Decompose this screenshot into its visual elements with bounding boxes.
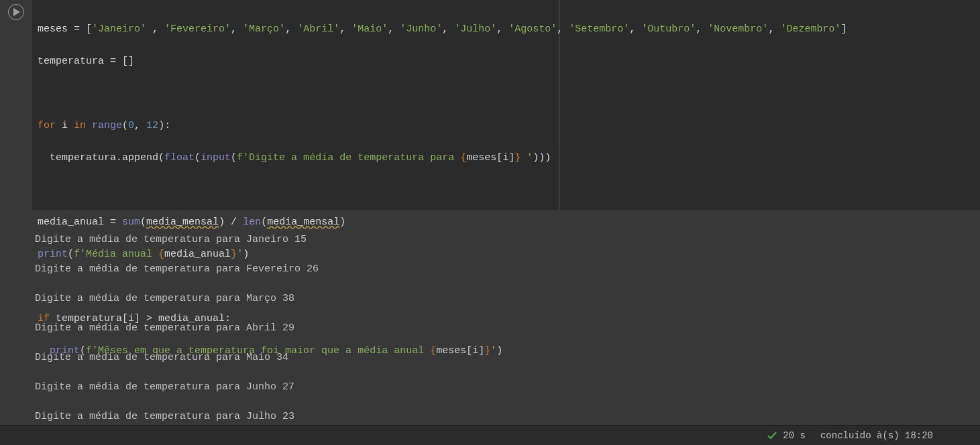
- code-token: 'Dezembro': [780, 23, 840, 35]
- code-token: meses[i]: [436, 345, 484, 357]
- code-token: print: [50, 345, 80, 357]
- code-token: (: [80, 345, 86, 357]
- code-token: f: [74, 249, 80, 260]
- code-token: print: [38, 249, 68, 260]
- exec-completed: concluído à(s) 18:20: [820, 430, 933, 441]
- code-token: (: [195, 152, 201, 164]
- code-token: temperatura.append(: [38, 152, 164, 164]
- code-token: 'Março': [243, 23, 285, 35]
- check-icon: [767, 430, 777, 441]
- gutter: [0, 0, 32, 210]
- code-token: ) /: [219, 216, 243, 228]
- code-token: 'Setembro': [569, 23, 629, 35]
- code-token: ):: [158, 120, 170, 131]
- code-token: in: [74, 120, 86, 131]
- code-token: ): [496, 345, 502, 357]
- code-token: ))): [533, 152, 551, 164]
- code-token: ': [237, 249, 243, 260]
- code-token: ': [521, 152, 533, 164]
- code-token: for: [38, 120, 56, 131]
- code-token: 'Maio': [351, 23, 388, 35]
- code-token: 'Janeiro': [92, 23, 146, 35]
- code-token: media_anual: [164, 249, 231, 260]
- code-token: }: [231, 249, 237, 260]
- code-token: = [: [68, 23, 92, 35]
- code-token: meses: [38, 23, 68, 35]
- status-bar: 20 s concluído à(s) 18:20: [0, 425, 980, 445]
- code-token: meses[i]: [466, 152, 514, 164]
- code-token: [38, 345, 50, 357]
- code-token: 'Outubro': [641, 23, 696, 35]
- code-token: ): [243, 249, 249, 260]
- code-token: if: [38, 313, 50, 324]
- code-token: len: [243, 216, 261, 228]
- code-token: }: [514, 152, 521, 164]
- code-token: f: [86, 345, 92, 357]
- exec-duration: 20 s: [783, 430, 806, 441]
- code-token: {: [158, 249, 164, 260]
- code-token: (: [231, 152, 237, 164]
- code-token: i: [56, 120, 74, 131]
- code-token: 'Julho': [454, 23, 496, 35]
- code-token: (: [122, 120, 128, 131]
- code-token: range: [86, 120, 122, 131]
- code-token: }: [484, 345, 490, 357]
- code-token: {: [430, 345, 436, 357]
- code-token: 'Digite a média de temperatura para: [243, 152, 460, 164]
- code-token: float: [164, 152, 195, 164]
- code-token: ]: [840, 23, 847, 35]
- code-token: ,: [134, 120, 146, 131]
- code-token: media_mensal: [267, 216, 339, 228]
- code-token: 'Agosto': [508, 23, 557, 35]
- code-token: temperatura[i] > media_anual:: [50, 313, 231, 324]
- code-token: f: [237, 152, 243, 164]
- code-token: (: [140, 216, 146, 228]
- output-line: Digite a média de temperatura para Julho…: [35, 409, 980, 424]
- code-token: (: [68, 249, 74, 260]
- code-token: 'Junho': [400, 23, 442, 35]
- code-editor[interactable]: meses = ['Janeiro' , 'Fevereiro', 'Março…: [32, 0, 980, 210]
- code-token: media_mensal: [146, 216, 219, 228]
- run-cell-button[interactable]: [8, 4, 24, 20]
- code-token: input: [201, 152, 231, 164]
- code-cell: meses = ['Janeiro' , 'Fevereiro', 'Março…: [0, 0, 980, 210]
- code-token: 'Mêses em que a temperatura foi maior qu…: [92, 345, 430, 357]
- code-token: 12: [146, 120, 158, 131]
- code-token: sum: [122, 216, 140, 228]
- code-token: media_anual: [38, 216, 104, 228]
- code-token: ': [490, 345, 496, 357]
- code-token: 0: [128, 120, 134, 131]
- code-token: 'Abril': [297, 23, 339, 35]
- code-token: temperatura = []: [38, 56, 134, 67]
- code-token: =: [104, 216, 122, 228]
- code-token: {: [460, 152, 466, 164]
- play-icon: [13, 8, 20, 16]
- code-token: 'Fevereiro': [164, 23, 231, 35]
- code-token: 'Novembro': [708, 23, 768, 35]
- code-token: (: [261, 216, 267, 228]
- code-token: 'Média anual: [80, 249, 158, 260]
- code-token: ): [339, 216, 345, 228]
